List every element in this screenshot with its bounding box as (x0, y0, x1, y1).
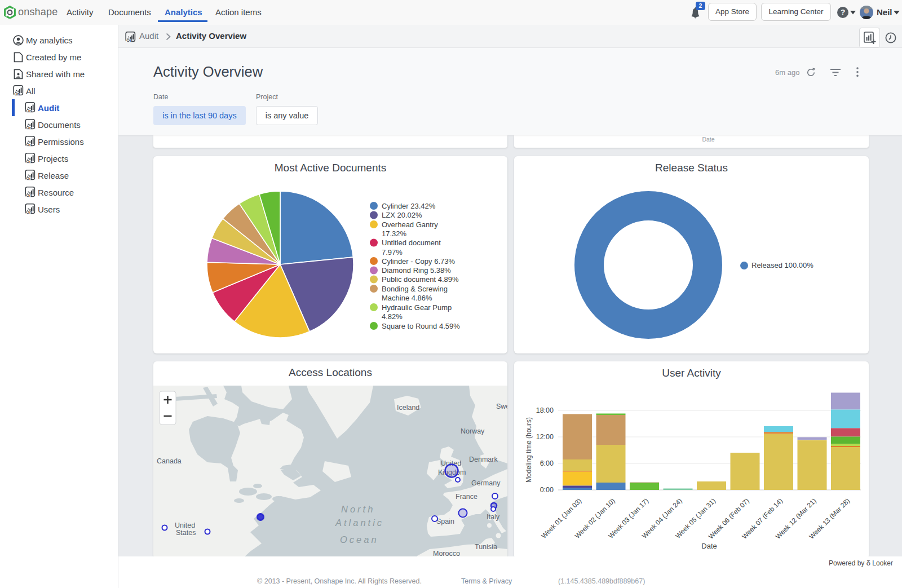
svg-text:Diamond Ring 5.38%: Diamond Ring 5.38% (382, 266, 451, 275)
svg-text:Norway: Norway (461, 427, 485, 435)
svg-text:Tunisia: Tunisia (475, 543, 497, 551)
svg-text:Public document 4.89%: Public document 4.89% (382, 275, 459, 284)
svg-text:Ocean: Ocean (340, 534, 379, 545)
svg-text:Iceland: Iceland (397, 404, 419, 412)
svg-text:Canada: Canada (157, 457, 182, 465)
svg-text:18:00: 18:00 (536, 406, 554, 414)
svg-text:Cylinder 23.42%: Cylinder 23.42% (382, 202, 436, 210)
svg-text:Italy: Italy (487, 513, 500, 521)
svg-text:Spain: Spain (436, 518, 454, 525)
svg-text:States: States (176, 529, 196, 537)
svg-text:Germany: Germany (471, 479, 501, 487)
svg-text:Square to Round 4.59%: Square to Round 4.59% (382, 322, 460, 330)
svg-text:Swe: Swe (496, 403, 507, 410)
svg-text:Hydraulic Gear Pump: Hydraulic Gear Pump (382, 303, 452, 312)
svg-text:Atlantic: Atlantic (335, 518, 384, 528)
svg-text:7.97%: 7.97% (382, 248, 403, 257)
svg-text:United: United (175, 521, 195, 529)
svg-text:France: France (456, 493, 477, 501)
svg-text:12:00: 12:00 (536, 433, 554, 441)
svg-text:Overhead Gantry: Overhead Gantry (382, 220, 438, 229)
svg-text:Bonding & Screwing: Bonding & Screwing (382, 285, 448, 293)
svg-text:Modeling time (hours): Modeling time (hours) (525, 417, 533, 483)
svg-text:Date: Date (701, 542, 717, 550)
svg-text:Denmark: Denmark (469, 456, 498, 463)
svg-text:0:00: 0:00 (540, 486, 554, 494)
svg-text:Untitled document: Untitled document (382, 238, 441, 247)
svg-text:Machine 4.86%: Machine 4.86% (382, 294, 432, 302)
svg-text:Cylinder - Copy 6.73%: Cylinder - Copy 6.73% (382, 257, 455, 266)
svg-text:LZX 20.02%: LZX 20.02% (382, 211, 422, 219)
svg-text:4.82%: 4.82% (382, 312, 403, 321)
svg-text:17.32%: 17.32% (382, 229, 407, 238)
svg-text:6:00: 6:00 (540, 459, 554, 467)
svg-text:North: North (341, 504, 375, 514)
